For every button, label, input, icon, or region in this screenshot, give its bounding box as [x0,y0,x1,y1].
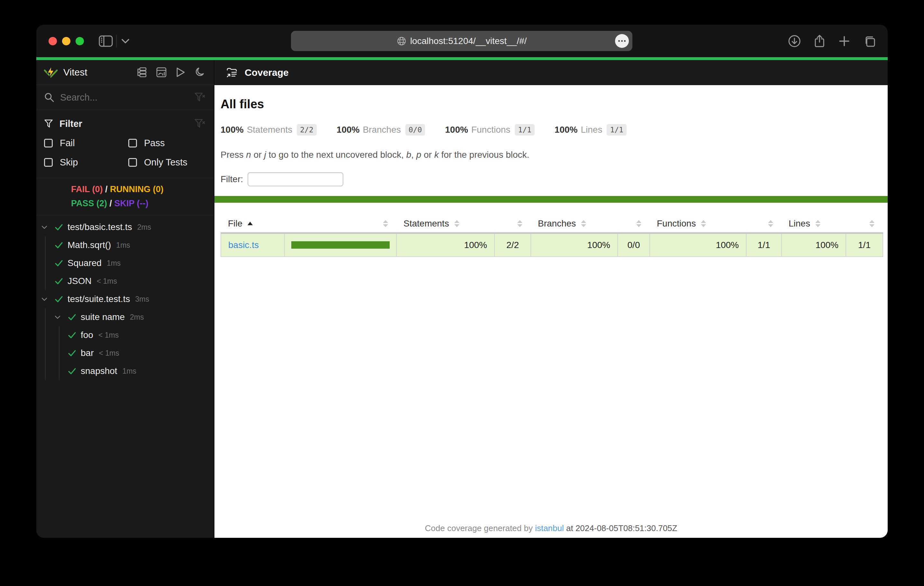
test-name: foo [81,330,93,340]
url-text[interactable]: localhost:51204/__vitest__/#/ [410,36,527,46]
filter-icon [44,119,54,128]
pass-check-icon [54,222,64,232]
test-duration: 3ms [135,295,149,304]
pass-check-icon [67,366,77,376]
col-header-branches-fraction[interactable] [618,215,650,233]
coverage-filter-input[interactable] [248,172,343,186]
sort-icon[interactable] [870,220,874,227]
coverage-body: All files 100%Statements2/2100%Branches0… [214,85,888,538]
tree-guide-line [45,344,46,362]
close-button[interactable] [49,37,57,45]
sort-icon[interactable] [815,220,820,227]
sort-icon[interactable] [636,220,642,227]
pass-check-icon [67,348,77,358]
test-case-row[interactable]: JSON< 1ms [36,272,214,290]
test-case-row[interactable]: Math.sqrt()1ms [36,236,214,254]
summary-percent: 100% [554,125,578,135]
filter-checkbox-skip[interactable]: Skip [44,154,128,171]
col-header-file[interactable]: File [221,215,285,233]
test-case-row[interactable]: bar< 1ms [36,344,214,362]
more-options-icon[interactable] [615,34,629,48]
column-label: Lines [789,219,810,229]
test-case-row[interactable]: snapshot1ms [36,362,214,380]
file-link[interactable]: basic.ts [228,240,259,250]
filter-checkbox-pass[interactable]: Pass [128,135,205,151]
summary-statements: 100%Statements2/2 [221,124,317,136]
coverage-bar-cell [285,233,396,257]
lines-fraction: 1/1 [846,233,883,257]
dashboard-icon[interactable] [156,67,167,78]
col-header-lines[interactable]: Lines [782,215,846,233]
download-icon[interactable] [788,35,801,48]
summary-fraction: 2/2 [297,124,317,136]
pass-count: PASS (2) [71,199,107,208]
filter-checkbox-fail[interactable]: Fail [44,135,128,151]
col-header-statements-fraction[interactable] [495,215,531,233]
pass-check-icon [54,276,64,286]
test-duration: 1ms [122,367,136,375]
tab-overview-icon[interactable] [862,34,876,48]
filter-checkbox-only-tests[interactable]: Only Tests [128,154,205,171]
address-bar[interactable]: localhost:51204/__vitest__/#/ [291,31,632,51]
test-name: Squared [68,258,102,268]
col-header-branches[interactable]: Branches [531,215,618,233]
run-all-icon[interactable] [175,67,186,78]
summary-percent: 100% [445,125,468,135]
statements-fraction: 2/2 [495,233,531,257]
test-name: JSON [68,276,92,286]
sort-icon[interactable] [581,220,586,227]
filter-options: FailPassSkipOnly Tests [44,135,205,171]
checkbox-icon [128,158,137,167]
toolbar-divider [116,35,117,48]
test-name: test/suite.test.ts [68,294,130,304]
test-name: snapshot [81,366,117,376]
test-file-row[interactable]: test/basic.test.ts2ms [36,218,214,236]
keyboard-hint: Press n or j to go to the next uncovered… [214,150,888,160]
expand-chevron-icon[interactable] [41,223,50,231]
sort-icon[interactable] [517,220,523,227]
col-header-statements[interactable]: Statements [396,215,495,233]
col-header-graph[interactable] [285,215,396,233]
col-header-lines-fraction[interactable] [846,215,883,233]
clear-filter-icon[interactable] [195,119,205,128]
footer-timestamp: at 2024-08-05T08:51:30.705Z [564,523,677,533]
coverage-title: Coverage [245,67,289,78]
search-input[interactable] [60,92,195,103]
skip-count: SKIP (--) [114,199,148,208]
col-header-functions-fraction[interactable] [746,215,782,233]
sort-icon[interactable] [768,220,773,227]
tree-guide-line [45,254,46,272]
sort-asc-icon[interactable] [248,222,253,225]
chevron-down-icon[interactable] [121,39,130,44]
tree-view-icon[interactable] [136,67,147,78]
browser-toolbar: localhost:51204/__vitest__/#/ [36,25,888,57]
column-label: File [228,219,243,229]
test-duration: 1ms [107,259,120,268]
share-icon[interactable] [813,35,826,48]
clear-search-filter-icon[interactable] [195,92,205,102]
running-count: RUNNING (0) [110,184,163,194]
test-duration: < 1ms [97,277,117,286]
test-case-row[interactable]: suite name2ms [36,308,214,326]
expand-chevron-icon[interactable] [41,295,50,303]
window-controls [49,37,84,45]
minimize-button[interactable] [62,37,70,45]
test-duration: < 1ms [99,349,119,357]
sort-icon[interactable] [383,220,388,227]
new-tab-icon[interactable] [838,35,851,48]
col-header-functions[interactable]: Functions [650,215,746,233]
sidebar-toggle-icon[interactable] [99,35,113,47]
test-case-row[interactable]: foo< 1ms [36,326,214,344]
coverage-table-row: basic.ts100%2/2100%0/0100%1/1100%1/1 [221,233,883,257]
expand-chevron-icon[interactable] [54,313,63,321]
sort-icon[interactable] [701,220,706,227]
summary-lines: 100%Lines1/1 [554,124,627,136]
test-case-row[interactable]: Squared1ms [36,254,214,272]
test-file-row[interactable]: test/suite.test.ts3ms [36,290,214,308]
sort-icon[interactable] [454,220,459,227]
istanbul-link[interactable]: istanbul [535,523,564,533]
zoom-button[interactable] [76,37,84,45]
tree-guide-line [45,236,46,254]
pass-check-icon [67,312,77,322]
dark-mode-icon[interactable] [195,67,205,78]
